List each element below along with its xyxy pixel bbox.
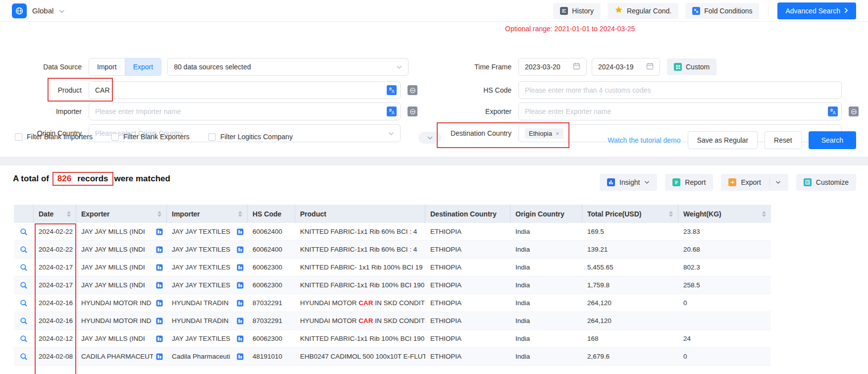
reset-button[interactable]: Reset [765, 131, 802, 149]
company-profile-icon[interactable] [156, 318, 163, 324]
table-row[interactable]: 2024-02-17JAY JAY MILLS (INDIJAY JAY TEX… [14, 259, 771, 276]
column-header-importer[interactable]: Importer [167, 205, 248, 223]
cell-destination-country: ETHIOPIA [425, 264, 511, 271]
tutorial-demo-link[interactable]: Watch the tutorial demo [608, 136, 680, 144]
translate-icon[interactable]: A [828, 107, 838, 116]
table-row[interactable]: 2024-02-22JAY JAY MILLS (INDIJAY JAY TEX… [14, 241, 771, 259]
cell-weight: 24 [678, 335, 771, 342]
cell-destination-country: ETHIOPIA [425, 228, 511, 235]
table-row[interactable]: 2024-02-08CADILA PHARMACEUTCadila Pharma… [14, 348, 771, 366]
company-profile-icon[interactable] [156, 264, 163, 271]
chevron-down-icon [644, 181, 650, 184]
sort-icon[interactable] [669, 211, 673, 217]
history-button[interactable]: History [553, 3, 601, 19]
market-selector-label: Global [32, 6, 53, 15]
cell-origin-country: India [511, 228, 582, 235]
hs-code-input[interactable] [518, 81, 842, 99]
company-profile-icon[interactable] [237, 246, 244, 253]
import-toggle[interactable]: Import [89, 58, 125, 75]
company-profile-icon[interactable] [237, 264, 244, 271]
cell-hs-code: 87032291 [248, 317, 295, 324]
sort-icon[interactable] [762, 211, 766, 217]
row-detail-search-icon[interactable] [14, 264, 34, 271]
advanced-search-button[interactable]: Advanced Search [777, 2, 856, 19]
exporter-input[interactable] [518, 103, 842, 120]
importer-input[interactable] [89, 103, 401, 120]
collapse-conditions-button[interactable] [418, 132, 441, 144]
company-profile-icon[interactable] [237, 282, 244, 289]
chevron-down-icon[interactable] [59, 6, 65, 15]
row-detail-search-icon[interactable] [14, 335, 34, 343]
table-row[interactable]: 2024-02-17JAY JAY MILLS (INDIJAY JAY TEX… [14, 276, 771, 294]
export-toggle[interactable]: Export [125, 58, 161, 75]
custom-range-button[interactable]: Custom [667, 58, 716, 75]
company-profile-icon[interactable] [156, 353, 163, 360]
filter-blank-exporters-checkbox[interactable]: Filter Blank Exporters [111, 133, 190, 141]
row-detail-search-icon[interactable] [14, 281, 34, 289]
brand[interactable]: Global [12, 3, 65, 18]
save-as-regular-button[interactable]: Save as Regular [688, 131, 758, 149]
checkbox-icon[interactable] [111, 133, 119, 141]
cell-importer: Cadila Pharmaceuti [167, 353, 248, 360]
row-detail-search-icon[interactable] [14, 317, 34, 325]
divider [769, 178, 770, 187]
chevron-down-icon [396, 63, 402, 71]
cell-total-price: 2,679.6 [582, 353, 678, 360]
checkbox-icon[interactable] [15, 133, 22, 141]
sort-icon[interactable] [238, 211, 242, 217]
exclude-filter-icon[interactable] [408, 107, 417, 116]
exclude-filter-icon[interactable] [408, 85, 417, 95]
column-header-exporter[interactable]: Exporter [76, 205, 167, 223]
cell-origin-country: India [511, 246, 582, 253]
company-profile-icon[interactable] [156, 282, 163, 289]
table-row[interactable]: 2024-02-12JAY JAY MILLS (INDIJAY JAY TEX… [14, 330, 771, 348]
company-profile-icon[interactable] [237, 318, 244, 324]
column-header-total-price-usd[interactable]: Total Price(USD) [582, 205, 678, 223]
product-field: Product A [15, 81, 417, 99]
report-button[interactable]: Report [665, 174, 713, 191]
company-profile-icon[interactable] [237, 353, 244, 360]
sort-icon[interactable] [67, 211, 71, 217]
insight-button[interactable]: Insight [600, 174, 657, 191]
customize-button[interactable]: Customize [796, 174, 856, 191]
company-profile-icon[interactable] [156, 300, 163, 307]
company-profile-icon[interactable] [156, 228, 163, 235]
row-detail-search-icon[interactable] [14, 299, 34, 307]
expand-column-header [14, 205, 34, 223]
row-detail-search-icon[interactable] [14, 353, 34, 361]
start-date-input[interactable]: 2023-03-20 [518, 58, 587, 76]
data-sources-dropdown[interactable]: 80 data sources selected [167, 58, 408, 76]
fold-conditions-button[interactable]: Fold Conditions [685, 3, 759, 19]
sort-icon[interactable] [157, 211, 161, 217]
product-input[interactable] [89, 81, 401, 99]
table-row[interactable]: 2024-02-16HYUNDAI MOTOR INDHYUNDAI TRADI… [14, 312, 771, 330]
svg-text:A: A [392, 90, 395, 94]
company-profile-icon[interactable] [156, 335, 163, 342]
translate-icon[interactable]: A [387, 85, 397, 95]
column-header-date[interactable]: Date [34, 205, 76, 223]
end-date-input[interactable]: 2024-03-19 [592, 58, 660, 76]
cell-hs-code: 60062300 [248, 335, 295, 342]
export-button[interactable]: Export [721, 174, 788, 191]
table-row[interactable]: 2024-02-16HYUNDAI MOTOR INDHYUNDAI TRADI… [14, 294, 771, 312]
checkbox-icon[interactable] [208, 133, 216, 141]
search-button[interactable]: Search [809, 131, 856, 149]
translate-icon[interactable]: A [387, 107, 397, 116]
table-body: 2024-02-22JAY JAY MILLS (INDIJAY JAY TEX… [14, 223, 771, 366]
company-profile-icon[interactable] [237, 335, 244, 342]
filter-blank-importers-checkbox[interactable]: Filter Blank Importers [15, 133, 93, 141]
cell-exporter: HYUNDAI MOTOR IND [76, 317, 167, 324]
company-profile-icon[interactable] [237, 228, 244, 235]
regular-cond-button[interactable]: Regular Cond. [608, 3, 678, 19]
company-profile-icon[interactable] [237, 300, 244, 307]
cell-destination-country: ETHIOPIA [425, 299, 511, 307]
filter-logitics-company-checkbox[interactable]: Filter Logitics Company [208, 133, 293, 141]
company-profile-icon[interactable] [156, 246, 163, 253]
table-row[interactable]: 2024-02-22JAY JAY MILLS (INDIJAY JAY TEX… [14, 223, 771, 241]
exclude-filter-icon[interactable] [849, 107, 859, 116]
cell-product: EHB0247 CADIMOL 500 100x10T E-FLUT [295, 353, 425, 360]
row-detail-search-icon[interactable] [14, 228, 34, 236]
row-detail-search-icon[interactable] [14, 246, 34, 254]
column-header-weight-kg[interactable]: Weight(KG) [678, 205, 771, 223]
remove-tag-icon[interactable]: × [556, 130, 560, 137]
